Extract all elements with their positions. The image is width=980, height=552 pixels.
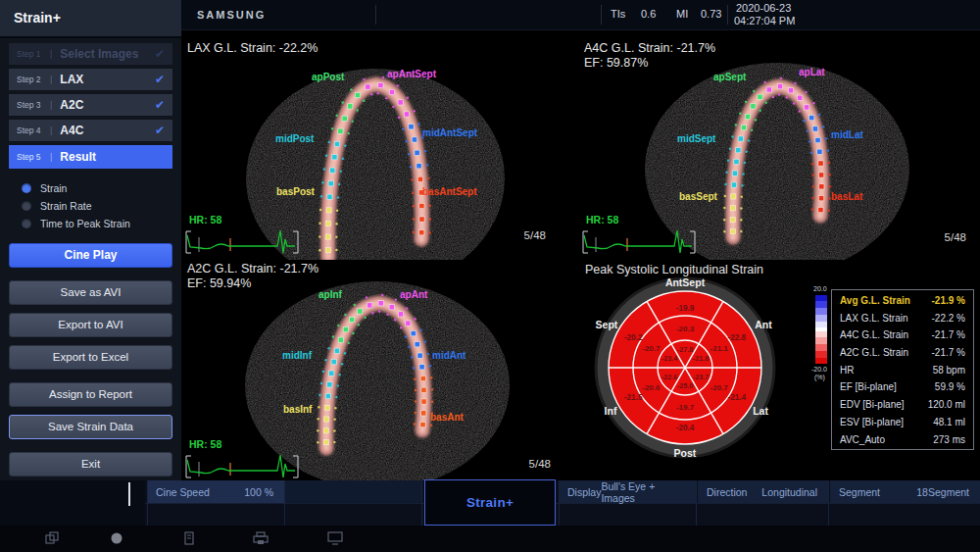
table-row: Avg G.L. Strain-21.9 %: [832, 292, 973, 310]
table-row: ESV [Bi-plane]48.1 ml: [832, 414, 973, 431]
colorbar-gradient: [815, 295, 827, 364]
save-as-avi-button[interactable]: Save as AVI: [9, 280, 172, 305]
table-row: EF [Bi-plane]59.9 %: [832, 378, 973, 396]
table-row: LAX G.L. Strain-22.2 %: [832, 310, 973, 327]
segment-value-mid-Ant: -21.1: [710, 344, 729, 353]
row-value: 48.1 ml: [933, 414, 965, 431]
divider: [559, 480, 560, 526]
step-divider: |: [50, 75, 52, 84]
segment-value-basal-Lat: -21.4: [727, 393, 746, 402]
sidebar-step-result[interactable]: Step 5|Result: [9, 145, 172, 169]
hr-value: HR: 58: [189, 438, 221, 450]
thumbnails-icon[interactable]: [45, 531, 59, 545]
row-value: 59.9 %: [935, 378, 965, 396]
step-divider: |: [50, 152, 52, 162]
softkey-label: Direction: [707, 486, 747, 498]
segment-label-midAnt: midAnt: [432, 350, 466, 361]
softkey-segment[interactable]: Segment18Segment: [830, 480, 980, 503]
strain-plus-tab[interactable]: Strain+: [424, 479, 556, 526]
segment-label-midAntSept: midAntSept: [422, 127, 477, 138]
divider: [727, 5, 728, 25]
region-label-Lat: Lat: [753, 405, 768, 417]
step-divider: |: [50, 125, 52, 135]
segment-value-basal-Ant: -22.8: [727, 333, 746, 342]
strain-plus-screen: Strain+ Step 1|Select Images✔Step 2|LAX✔…: [0, 0, 980, 552]
softkey-direction[interactable]: DirectionLongitudinal: [698, 480, 828, 503]
radio-time-to-peak-strain[interactable]: Time to Peak Strain: [22, 216, 130, 231]
sidebar-step-lax[interactable]: Step 2|LAX✔: [9, 69, 172, 90]
record-indicator-icon: [110, 531, 123, 545]
cine-marker: [128, 482, 130, 506]
table-row: AVC_Auto273 ms: [832, 431, 973, 449]
display-icon[interactable]: [327, 531, 343, 545]
softkey-cine-speed[interactable]: Cine Speed100 %: [147, 480, 284, 503]
print-icon[interactable]: [253, 531, 269, 545]
radio-label: Strain: [40, 182, 67, 194]
sidebar-step-a4c[interactable]: Step 4|A4C✔: [9, 120, 172, 141]
step-label: A2C: [60, 98, 83, 112]
softkey-cell-blank: [284, 480, 421, 503]
colorbar-max: 20.0: [813, 285, 827, 292]
softkey-value: 100 %: [244, 486, 273, 498]
samsung-logo: SAMSUNG: [197, 9, 266, 21]
softkey-value: Bull's Eye + Images: [601, 480, 685, 504]
radio-label: Time to Peak Strain: [40, 218, 130, 229]
softkey-label: Cine Speed: [156, 486, 210, 498]
sidebar-step-select-images[interactable]: Step 1|Select Images✔: [9, 43, 172, 65]
lax-view: LAX G.L. Strain: -22.2%apPostapAntSeptmi…: [181, 39, 554, 260]
row-label: EDV [Bi-plane]: [840, 396, 905, 414]
save-strain-data-button[interactable]: Save Strain Data: [9, 415, 172, 439]
mode-radio-group: StrainStrain RateTime to Peak Strain: [22, 180, 130, 233]
sidebar-step-a2c[interactable]: Step 3|A2C✔: [9, 94, 172, 116]
segment-label-basInf: basInf: [283, 404, 312, 415]
segment-value-basal-Inf: -21.5: [624, 393, 643, 402]
status-bar: [0, 526, 980, 552]
segment-label-apSept: apSept: [713, 72, 746, 82]
report-icon[interactable]: [182, 531, 196, 545]
table-row: EDV [Bi-plane]120.0 ml: [832, 396, 973, 414]
row-label: ESV [Bi-plane]: [840, 414, 904, 431]
step-number: Step 3: [17, 100, 50, 110]
segment-value-apical-Inf: -22.6: [662, 373, 677, 381]
tis-value: 0.6: [641, 8, 656, 20]
radio-strain-rate[interactable]: Strain Rate: [22, 198, 130, 214]
frame-counter: 5/48: [945, 231, 966, 243]
row-value: -22.2 %: [932, 310, 965, 327]
segment-label-apInf: apInf: [318, 289, 342, 300]
row-label: EF [Bi-plane]: [840, 378, 897, 396]
export-to-avi-button[interactable]: Export to AVI: [9, 313, 172, 337]
a4c-view: A4C G.L. Strain: -21.7%EF: 59.87%apSepta…: [578, 39, 980, 260]
table-row: A2C G.L. Strain-21.7 %: [832, 344, 973, 362]
step-number: Step 4: [17, 125, 50, 135]
segment-label-basAntSept: basAntSept: [422, 186, 477, 197]
segment-value-apical-AntSept: -27.8: [677, 345, 693, 354]
radio-strain[interactable]: Strain: [22, 180, 130, 196]
cine-play-button[interactable]: Cine Play: [9, 243, 172, 268]
segment-label-midLat: midLat: [831, 129, 863, 140]
check-icon: ✔: [155, 124, 165, 137]
row-label: Avg G.L. Strain: [840, 292, 910, 310]
table-row: A4C G.L. Strain-21.7 %: [832, 326, 973, 344]
step-label: LAX: [60, 73, 83, 86]
export-to-excel-button[interactable]: Export to Excel: [9, 345, 172, 370]
segment-label-midInf: midInf: [282, 350, 312, 361]
row-value: 120.0 ml: [928, 396, 965, 414]
bottom-bar: Strain+ Cine Speed100 %DisplayBull's Eye…: [0, 480, 980, 526]
exit-button[interactable]: Exit: [9, 452, 172, 477]
assign-to-report-button[interactable]: Assign to Report: [9, 382, 172, 407]
check-icon: ✔: [155, 47, 165, 61]
sidebar: Strain+ Step 1|Select Images✔Step 2|LAX✔…: [0, 0, 181, 552]
colorbar-min: -20.0: [811, 366, 827, 373]
softkey-display[interactable]: DisplayBull's Eye + Images: [559, 480, 696, 503]
tis-label: TIs: [611, 8, 625, 20]
divider: [284, 480, 285, 526]
mi-value: 0.73: [701, 8, 721, 20]
row-value: -21.7 %: [932, 326, 965, 344]
time-value: 04:27:04 PM: [734, 15, 795, 26]
ecg-trace: [183, 450, 311, 483]
divider: [828, 480, 829, 526]
segment-label-basPost: basPost: [276, 186, 315, 197]
row-label: A4C G.L. Strain: [840, 326, 908, 344]
segment-label-midSept: midSept: [677, 133, 715, 144]
step-number: Step 2: [17, 75, 50, 84]
